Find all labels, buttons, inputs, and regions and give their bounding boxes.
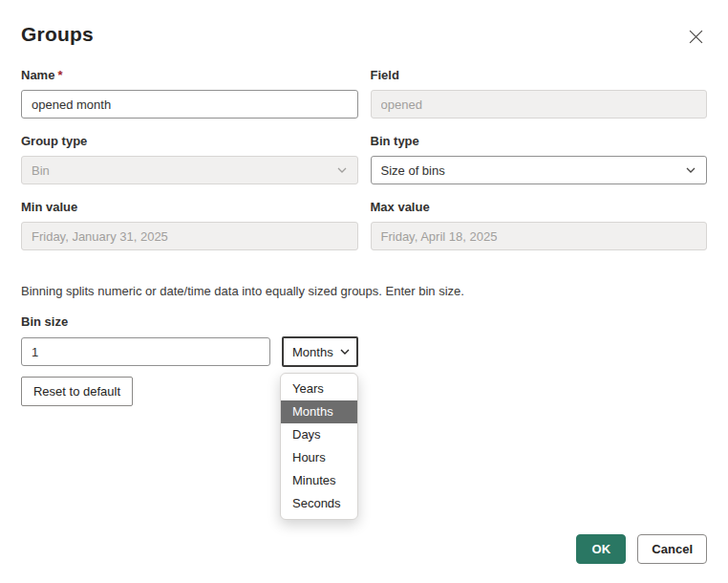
binning-description: Binning splits numeric or date/time data… [21,284,464,298]
name-field-group: Name* [21,68,358,119]
dropdown-option-years[interactable]: Years [281,378,357,400]
unit-dropdown-list: Years Months Days Hours Minutes Seconds [280,373,358,520]
field-field-group: Field [371,68,708,119]
bin-type-label: Bin type [371,134,708,148]
group-type-value: Bin [32,163,50,178]
name-label: Name* [21,68,358,82]
min-value-field-group: Min value [21,200,358,250]
form-grid: Name* Field Group type Bin Bin type Size… [21,68,707,250]
close-button[interactable] [686,27,705,46]
bin-size-input[interactable] [21,337,270,366]
reset-to-default-button[interactable]: Reset to default [21,377,133,406]
close-icon [689,30,703,44]
dropdown-option-days[interactable]: Days [281,423,357,446]
field-label: Field [371,68,708,82]
dropdown-option-seconds[interactable]: Seconds [281,492,357,515]
bin-type-select[interactable]: Size of bins [371,156,708,184]
dialog-title: Groups [21,23,94,46]
dropdown-option-hours[interactable]: Hours [281,446,357,469]
bin-size-unit-select[interactable]: Months [282,336,358,367]
cancel-button[interactable]: Cancel [637,534,707,564]
name-label-text: Name [21,68,54,82]
group-type-field-group: Group type Bin [21,134,358,184]
dropdown-option-months[interactable]: Months [281,400,357,423]
field-input [371,90,708,119]
chevron-down-icon [336,164,348,176]
min-value-input [21,222,358,250]
max-value-input [371,222,708,250]
chevron-down-icon [685,164,696,176]
groups-dialog: Groups Name* Field Group type Bin [0,0,728,583]
chevron-down-icon [339,346,351,357]
footer-buttons: OK Cancel [576,534,707,564]
max-value-field-group: Max value [371,200,708,250]
dropdown-option-minutes[interactable]: Minutes [281,469,357,492]
min-value-label: Min value [21,200,358,214]
name-input[interactable] [21,90,358,119]
ok-button[interactable]: OK [576,534,626,564]
bin-size-unit-value: Months [292,345,333,359]
bin-size-label: Bin size [21,314,68,329]
required-asterisk: * [57,68,62,82]
bin-type-value: Size of bins [381,163,445,178]
bin-type-field-group: Bin type Size of bins [371,134,708,184]
group-type-label: Group type [21,134,358,148]
group-type-select: Bin [21,156,358,184]
max-value-label: Max value [371,200,708,214]
